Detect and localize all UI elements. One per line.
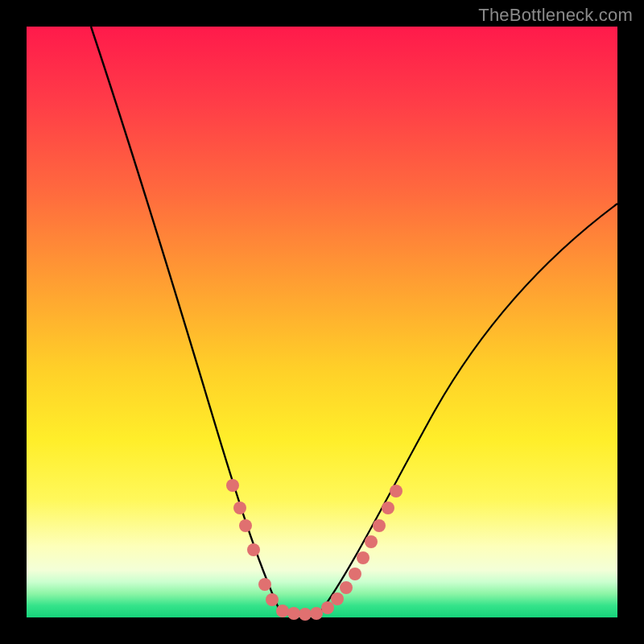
svg-point-6 — [276, 605, 289, 617]
svg-point-16 — [373, 519, 386, 532]
svg-point-13 — [349, 568, 361, 580]
svg-point-7 — [287, 607, 300, 620]
svg-point-3 — [247, 543, 260, 556]
dot-group — [226, 479, 402, 621]
svg-point-5 — [266, 593, 279, 606]
svg-point-9 — [310, 607, 323, 620]
svg-point-2 — [239, 519, 252, 532]
svg-point-14 — [357, 551, 369, 564]
svg-point-12 — [340, 581, 353, 594]
svg-point-15 — [365, 535, 378, 548]
svg-point-10 — [321, 601, 334, 614]
svg-point-18 — [390, 485, 402, 497]
curve-layer — [27, 27, 617, 617]
svg-point-8 — [299, 608, 312, 621]
svg-point-0 — [226, 479, 239, 492]
svg-point-17 — [382, 502, 394, 514]
svg-point-11 — [331, 592, 344, 605]
outer-frame: TheBottleneck.com — [0, 0, 644, 644]
svg-point-4 — [258, 578, 271, 591]
curve-right — [320, 204, 617, 612]
svg-point-1 — [233, 502, 246, 514]
watermark-text: TheBottleneck.com — [478, 5, 633, 26]
curve-left — [91, 27, 280, 612]
